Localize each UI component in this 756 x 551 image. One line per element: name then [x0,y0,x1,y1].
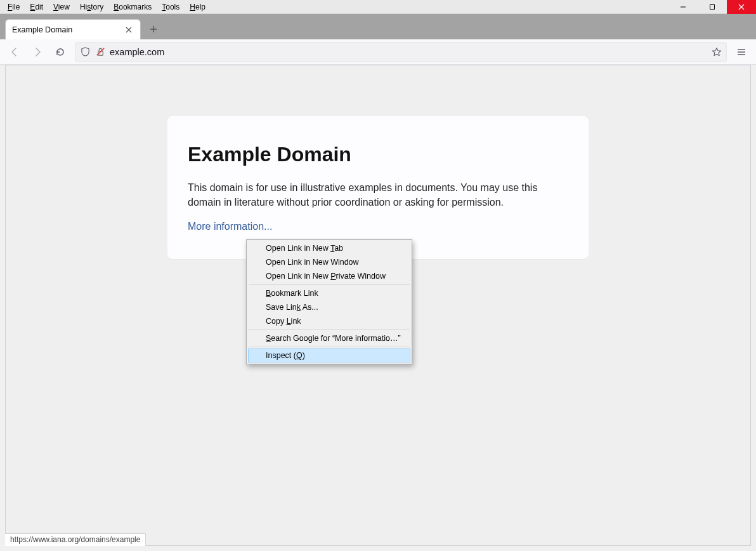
menu-tools[interactable]: Tools [157,1,185,13]
nav-toolbar: example.com [0,39,756,65]
page-heading: Example Domain [188,143,568,166]
menu-edit[interactable]: Edit [25,1,48,13]
page-card: Example Domain This domain is for use in… [167,116,589,259]
cm-save-link-as[interactable]: Save Link As... [248,300,410,314]
url-bar[interactable]: example.com [75,42,727,62]
new-tab-button[interactable] [145,20,162,38]
more-information-link[interactable]: More information... [188,221,272,232]
cm-sep [249,347,410,347]
window-maximize-button[interactable] [698,0,727,14]
tab-close-button[interactable] [124,25,134,35]
bookmark-star-icon[interactable] [711,46,722,58]
tab-active[interactable]: Example Domain [5,19,141,39]
cm-inspect[interactable]: Inspect (Q) [248,349,410,362]
svg-rect-1 [710,5,715,10]
url-text: example.com [110,47,707,57]
reload-button[interactable] [49,42,71,62]
window-controls [668,0,756,14]
window-minimize-button[interactable] [668,0,698,14]
cm-copy-link[interactable]: Copy Link [248,314,410,328]
cm-open-new-window[interactable]: Open Link in New Window [248,255,410,269]
tracking-protection-icon[interactable] [79,46,91,58]
menu-bookmarks[interactable]: Bookmarks [108,1,157,13]
menu-view[interactable]: View [48,1,75,13]
back-button[interactable] [4,42,25,62]
tab-strip: Example Domain [0,14,756,39]
page-body: This domain is for use in illustrative e… [188,180,568,209]
app-menu-button[interactable] [731,42,752,62]
cm-search-google[interactable]: Search Google for “More informatio…” [248,331,410,345]
cm-sep [249,284,410,285]
cm-sep [249,329,410,330]
cm-open-new-tab[interactable]: Open Link in New Tab [248,241,410,255]
menu-file[interactable]: File [3,1,25,13]
insecure-lock-icon[interactable] [94,46,106,58]
link-context-menu: Open Link in New Tab Open Link in New Wi… [246,239,412,364]
menu-history[interactable]: History [75,1,108,13]
cm-open-private-window[interactable]: Open Link in New Private Window [248,269,410,283]
status-bar-text: https://www.iana.org/domains/example [10,535,140,544]
forward-button[interactable] [27,42,48,62]
menubar: File Edit View History Bookmarks Tools H… [0,0,756,14]
tab-title: Example Domain [12,25,124,34]
menu-help[interactable]: Help [185,1,211,13]
cm-bookmark-link[interactable]: Bookmark Link [248,286,410,300]
window-close-button[interactable] [727,0,756,14]
status-bar: https://www.iana.org/domains/example [5,533,146,546]
